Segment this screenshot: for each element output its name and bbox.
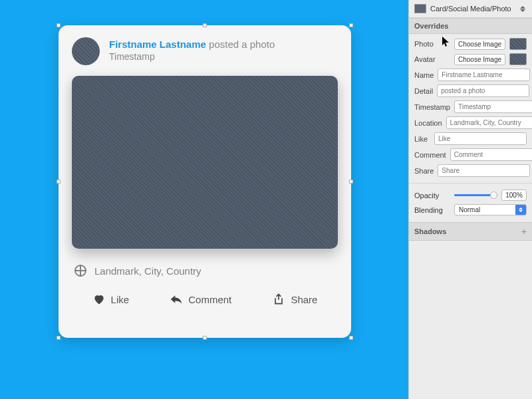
avatar-swatch[interactable]	[509, 53, 527, 65]
override-location-label: Location	[414, 119, 442, 127]
resize-handle[interactable]	[57, 23, 61, 27]
resize-handle[interactable]	[57, 180, 61, 184]
social-card[interactable]: Firstname Lastname posted a photo Timest…	[59, 25, 351, 338]
stepper-icon[interactable]	[520, 4, 527, 13]
override-like-label: Like	[414, 135, 430, 143]
choose-image-avatar-button[interactable]: Choose Image	[454, 54, 505, 65]
actions-row: Like Comment Share	[59, 283, 351, 318]
override-photo-label: Photo	[414, 40, 450, 48]
reply-icon	[170, 293, 183, 306]
share-button[interactable]: Share	[272, 293, 317, 306]
photo-placeholder[interactable]	[72, 76, 338, 249]
photo-swatch[interactable]	[509, 38, 527, 50]
choose-image-photo-button[interactable]: Choose Image	[454, 39, 505, 50]
comment-button[interactable]: Comment	[170, 293, 231, 306]
resize-handle[interactable]	[349, 23, 353, 27]
plus-icon[interactable]: +	[521, 226, 527, 237]
resize-handle[interactable]	[203, 23, 207, 27]
opacity-value[interactable]: 100%	[501, 190, 527, 201]
resize-handle[interactable]	[203, 336, 207, 340]
override-avatar-label: Avatar	[414, 55, 450, 63]
override-timestamp-input[interactable]	[454, 100, 532, 113]
override-detail-input[interactable]	[437, 84, 529, 97]
resize-handle[interactable]	[349, 336, 353, 340]
user-name-link[interactable]: Firstname Lastname	[109, 39, 206, 50]
override-detail-label: Detail	[414, 87, 433, 95]
chevron-updown-icon	[515, 205, 526, 215]
symbol-swatch-icon	[414, 4, 426, 13]
overrides-header: Overrides	[409, 18, 532, 34]
share-label: Share	[291, 294, 317, 305]
blending-select[interactable]: Normal	[454, 204, 527, 215]
override-share-input[interactable]	[438, 164, 530, 177]
timestamp: Timestamp	[109, 51, 275, 62]
like-button[interactable]: Like	[92, 293, 130, 306]
avatar[interactable]	[72, 37, 100, 65]
like-label: Like	[111, 294, 130, 305]
resize-handle[interactable]	[349, 180, 353, 184]
location-row: Landmark, City, Country	[59, 255, 351, 283]
override-name-label: Name	[414, 71, 434, 79]
location-text: Landmark, City, Country	[94, 265, 201, 277]
resize-handle[interactable]	[57, 336, 61, 340]
blending-label: Blending	[414, 206, 450, 214]
divider	[409, 183, 532, 184]
override-location-input[interactable]	[446, 116, 532, 129]
shadows-header[interactable]: Shadows +	[409, 222, 532, 241]
inspector-panel: Card/Social Media/Photo Overrides Photo …	[408, 0, 532, 399]
override-name-input[interactable]	[438, 68, 530, 81]
symbol-selector[interactable]: Card/Social Media/Photo	[409, 0, 532, 18]
globe-icon	[74, 265, 86, 277]
opacity-slider[interactable]	[454, 194, 497, 196]
post-detail: posted a photo	[209, 39, 275, 50]
name-line: Firstname Lastname posted a photo	[109, 39, 275, 50]
share-icon	[272, 293, 285, 306]
overrides-body: Photo Choose Image Avatar Choose Image N…	[409, 34, 532, 222]
override-like-input[interactable]	[434, 132, 527, 145]
comment-label: Comment	[188, 294, 231, 305]
canvas[interactable]: Firstname Lastname posted a photo Timest…	[0, 0, 408, 399]
opacity-label: Opacity	[414, 192, 450, 200]
override-share-label: Share	[414, 167, 434, 175]
override-comment-input[interactable]	[450, 148, 532, 161]
override-timestamp-label: Timestamp	[414, 103, 450, 111]
heart-icon	[92, 293, 106, 306]
symbol-name: Card/Social Media/Photo	[430, 5, 516, 13]
override-comment-label: Comment	[414, 151, 446, 159]
card-header: Firstname Lastname posted a photo Timest…	[59, 25, 351, 73]
